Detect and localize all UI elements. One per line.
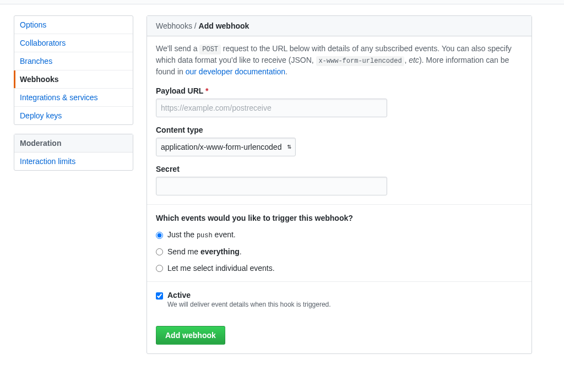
breadcrumb-current: Add webhook	[199, 21, 250, 30]
event-everything-pre: Send me	[167, 247, 200, 256]
event-everything-strong: everything	[200, 247, 240, 256]
moderation-heading: Moderation	[14, 134, 133, 153]
sidebar-item-collaborators[interactable]: Collaborators	[14, 34, 133, 52]
payload-url-input[interactable]	[156, 99, 387, 117]
page-container: Options Collaborators Branches Webhooks …	[0, 4, 564, 365]
main-content: Webhooks / Add webhook We'll send a POST…	[147, 15, 532, 354]
secret-group: Secret	[156, 165, 523, 195]
event-push-code: push	[197, 232, 213, 239]
intro-etc: etc	[409, 56, 419, 64]
moderation-menu: Moderation Interaction limits	[14, 134, 133, 171]
add-webhook-button[interactable]: Add webhook	[156, 326, 225, 345]
settings-menu: Options Collaborators Branches Webhooks …	[14, 15, 133, 125]
submit-section: Add webhook	[147, 317, 532, 353]
content-type-group: Content type application/x-www-form-urle…	[156, 126, 523, 156]
payload-url-label-text: Payload URL	[156, 86, 203, 95]
event-everything-post: .	[240, 247, 242, 256]
intro-part5: .	[285, 67, 288, 76]
intro-part1: We'll send a	[156, 44, 199, 53]
active-note: We will deliver event details when this …	[167, 301, 523, 308]
top-bar	[0, 0, 564, 4]
intro-text: We'll send a POST request to the URL bel…	[147, 36, 532, 86]
payload-url-label: Payload URL *	[156, 86, 523, 95]
active-checkbox-item[interactable]: Active We will deliver event details whe…	[156, 291, 523, 308]
form-section-main: Payload URL * Content type application/x…	[147, 86, 532, 204]
events-section: Which events would you like to trigger t…	[147, 204, 532, 281]
intro-code-post: POST	[199, 45, 220, 55]
event-radio-individual-label: Let me select individual events.	[167, 264, 275, 273]
event-radio-everything-label: Send me everything.	[167, 247, 242, 256]
event-radio-everything[interactable]: Send me everything.	[156, 247, 523, 256]
active-section: Active We will deliver event details whe…	[147, 281, 532, 317]
event-radio-push-label: Just the push event.	[167, 230, 236, 239]
sidebar-item-webhooks[interactable]: Webhooks	[14, 70, 133, 89]
developer-docs-link[interactable]: our developer documentation	[186, 67, 285, 76]
event-radio-individual[interactable]: Let me select individual events.	[156, 264, 523, 273]
sidebar-item-deploy-keys[interactable]: Deploy keys	[14, 107, 133, 124]
breadcrumb-separator: /	[192, 21, 199, 30]
sidebar-item-interaction-limits[interactable]: Interaction limits	[14, 153, 133, 170]
event-radio-push-input[interactable]	[156, 232, 163, 239]
event-radio-everything-input[interactable]	[156, 248, 163, 255]
events-heading: Which events would you like to trigger t…	[156, 214, 523, 222]
event-radio-push[interactable]: Just the push event.	[156, 230, 523, 239]
content-type-label: Content type	[156, 126, 523, 134]
event-push-post: event.	[213, 230, 236, 239]
settings-sidebar: Options Collaborators Branches Webhooks …	[14, 15, 133, 354]
secret-input[interactable]	[156, 177, 387, 195]
event-radio-individual-input[interactable]	[156, 265, 163, 272]
webhook-box: Webhooks / Add webhook We'll send a POST…	[147, 15, 532, 354]
active-label: Active	[167, 291, 191, 300]
active-content: Active We will deliver event details whe…	[167, 291, 523, 308]
content-type-select[interactable]: application/x-www-form-urlencoded	[156, 138, 296, 156]
payload-url-group: Payload URL *	[156, 86, 523, 117]
secret-label: Secret	[156, 165, 523, 173]
sidebar-item-integrations[interactable]: Integrations & services	[14, 89, 133, 107]
content-type-select-wrapper: application/x-www-form-urlencoded ⇅	[156, 138, 296, 156]
active-checkbox[interactable]	[156, 292, 163, 300]
breadcrumb-parent: Webhooks	[156, 21, 192, 30]
breadcrumb: Webhooks / Add webhook	[147, 16, 532, 36]
sidebar-item-options[interactable]: Options	[14, 16, 133, 34]
required-asterisk: *	[205, 86, 208, 95]
event-push-pre: Just the	[167, 230, 197, 239]
sidebar-item-branches[interactable]: Branches	[14, 52, 133, 70]
intro-code-urlencoded: x-www-form-urlencoded	[316, 56, 405, 67]
